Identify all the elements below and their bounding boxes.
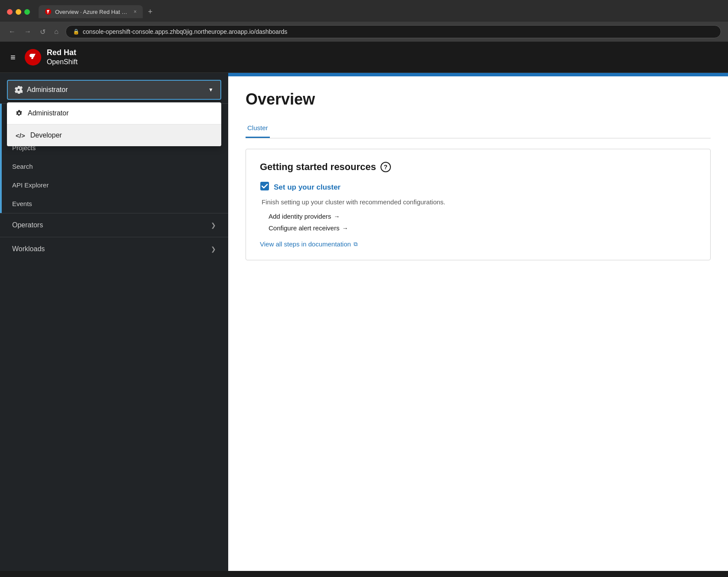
tab-close-button[interactable]: × xyxy=(134,9,137,15)
configure-alert-arrow-icon: → xyxy=(342,225,348,232)
main-content: Overview Cluster Getting started resourc… xyxy=(228,73,728,571)
dropdown-item-administrator[interactable]: Administrator xyxy=(7,102,221,124)
brand-name: Red Hat xyxy=(47,48,78,58)
brand-text: Red Hat OpenShift xyxy=(47,48,78,66)
refresh-button[interactable]: ↺ xyxy=(38,26,47,38)
url-text: console-openshift-console.apps.zhbq0jig.… xyxy=(83,28,288,35)
configure-alert-receivers-link[interactable]: Configure alert receivers → xyxy=(260,224,696,232)
card-title-text: Getting started resources xyxy=(260,161,376,173)
gear-icon xyxy=(15,86,23,94)
configure-alert-label: Configure alert receivers xyxy=(269,224,339,232)
view-docs-label: View all steps in documentation xyxy=(260,240,351,248)
search-label: Search xyxy=(12,163,33,170)
sidebar-item-api-explorer[interactable]: API Explorer xyxy=(0,176,228,194)
sidebar-item-workloads[interactable]: Workloads ❯ xyxy=(0,237,228,261)
operators-section: Operators ❯ xyxy=(0,213,228,237)
tab-favicon xyxy=(45,8,52,15)
dropdown-item-developer[interactable]: </> Developer xyxy=(7,125,221,146)
sidebar-item-events[interactable]: Events xyxy=(0,194,228,213)
sidebar-nav: Projects Search API Explorer Events xyxy=(0,103,228,571)
new-tab-button[interactable]: + xyxy=(144,6,156,18)
redhat-logo-icon xyxy=(24,49,42,66)
api-explorer-label: API Explorer xyxy=(12,181,49,189)
forward-button[interactable]: → xyxy=(23,26,33,37)
tab-title: Overview · Azure Red Hat Ope... xyxy=(55,9,130,15)
perspective-switcher: Administrator ▼ Administrator </> xyxy=(0,73,228,100)
workloads-chevron-icon: ❯ xyxy=(211,246,216,252)
setup-check-icon xyxy=(260,181,269,193)
page-title: Overview xyxy=(246,90,711,108)
setup-description: Finish setting up your cluster with reco… xyxy=(260,198,696,206)
sidebar-item-search[interactable]: Search xyxy=(0,157,228,176)
perspective-dropdown-arrow: ▼ xyxy=(208,87,213,93)
brand-product: OpenShift xyxy=(47,58,78,66)
lock-icon: 🔒 xyxy=(73,29,79,35)
operators-chevron-icon: ❯ xyxy=(211,222,216,229)
card-title: Getting started resources ? xyxy=(260,161,696,173)
hamburger-button[interactable]: ≡ xyxy=(10,53,16,62)
perspective-button[interactable]: Administrator ▼ xyxy=(7,80,221,100)
tab-cluster[interactable]: Cluster xyxy=(246,119,270,138)
setup-cluster-title[interactable]: Set up your cluster xyxy=(274,183,341,192)
workloads-section: Workloads ❯ xyxy=(0,237,228,261)
address-bar[interactable]: 🔒 console-openshift-console.apps.zhbq0ji… xyxy=(66,25,721,38)
home-button[interactable]: ⌂ xyxy=(52,26,60,37)
developer-code-icon: </> xyxy=(16,132,25,139)
getting-started-card: Getting started resources ? Set up your … xyxy=(246,149,711,260)
top-header: ≡ Red Hat OpenShift xyxy=(0,42,728,73)
tabs-bar: Cluster xyxy=(246,119,711,138)
tab-cluster-label: Cluster xyxy=(247,124,268,131)
external-link-icon: ⧉ xyxy=(354,241,357,248)
add-identity-providers-label: Add identity providers xyxy=(269,213,331,220)
traffic-light-green[interactable] xyxy=(24,9,30,15)
traffic-light-yellow[interactable] xyxy=(16,9,21,15)
brand-logo: Red Hat OpenShift xyxy=(24,48,78,66)
dropdown-administrator-label: Administrator xyxy=(28,109,69,117)
perspective-label: Administrator xyxy=(27,86,68,94)
help-icon[interactable]: ? xyxy=(380,162,391,172)
blue-band xyxy=(228,73,728,76)
administrator-gear-icon xyxy=(16,110,23,117)
sidebar-item-operators[interactable]: Operators ❯ xyxy=(0,213,228,237)
events-label: Events xyxy=(12,200,32,207)
add-identity-arrow-icon: → xyxy=(334,213,340,220)
traffic-light-red[interactable] xyxy=(7,9,13,15)
add-identity-providers-link[interactable]: Add identity providers → xyxy=(260,213,696,220)
back-button[interactable]: ← xyxy=(7,26,17,37)
sidebar: Administrator ▼ Administrator </> xyxy=(0,73,228,571)
workloads-label: Workloads xyxy=(12,245,45,253)
view-docs-link[interactable]: View all steps in documentation ⧉ xyxy=(260,240,696,248)
operators-label: Operators xyxy=(12,221,43,229)
browser-tab[interactable]: Overview · Azure Red Hat Ope... × xyxy=(39,5,143,18)
perspective-dropdown-menu: Administrator </> Developer xyxy=(7,102,221,146)
setup-cluster-item: Set up your cluster xyxy=(260,181,696,193)
dropdown-developer-label: Developer xyxy=(30,131,62,139)
